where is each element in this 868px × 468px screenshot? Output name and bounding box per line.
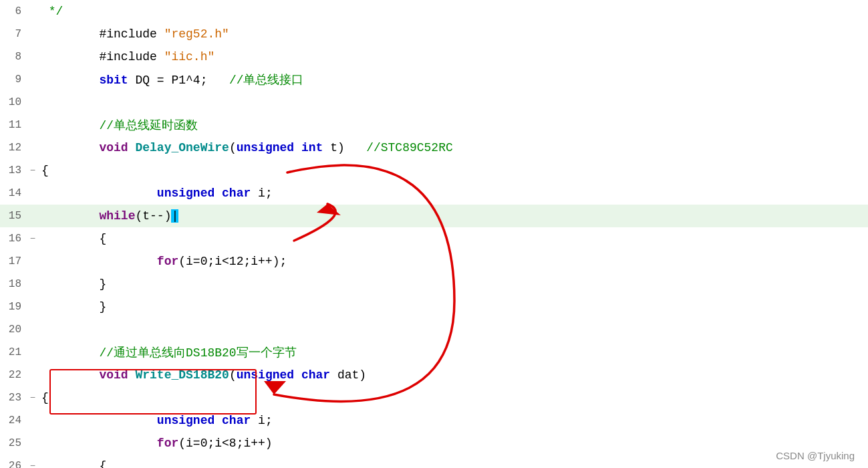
line-code: } [39, 277, 106, 291]
line-number: 9 [0, 74, 27, 86]
line-code: */ [39, 5, 63, 18]
line-number: 17 [0, 255, 27, 267]
line-number: 20 [0, 324, 27, 336]
code-line: 6 */ [0, 0, 868, 23]
watermark: CSDN @Tjyuking [776, 450, 855, 461]
line-number: 15 [0, 210, 27, 222]
code-line: 14 unsigned char i; [0, 182, 868, 205]
line-number: 24 [0, 415, 27, 427]
fold-icon[interactable]: − [27, 392, 39, 403]
code-line: 22 void Write_DS18B20(unsigned char dat) [0, 364, 868, 386]
code-line: 26− { [0, 455, 868, 468]
code-line: 25 for(i=0;i<8;i++) [0, 432, 868, 455]
code-line: 18 } [0, 273, 868, 296]
line-code: for(i=0;i<12;i++); [39, 255, 287, 268]
line-number: 12 [0, 142, 27, 154]
fold-icon[interactable]: − [27, 165, 39, 176]
line-code: #include "iic.h" [39, 50, 214, 64]
code-line: 10 [0, 91, 868, 114]
line-code: void Delay_OneWire(unsigned int t) //STC… [39, 141, 453, 154]
line-number: 11 [0, 119, 27, 131]
code-line: 19 } [0, 296, 868, 318]
code-line: 9 sbit DQ = P1^4; //单总线接口 [0, 68, 868, 91]
code-line: 21 //通过单总线向DS18B20写一个字节 [0, 341, 868, 364]
line-code: sbit DQ = P1^4; //单总线接口 [39, 72, 303, 88]
line-code: while(t--)| [39, 209, 178, 223]
line-code: unsigned char i; [39, 414, 273, 427]
line-code: unsigned char i; [39, 187, 273, 200]
line-number: 8 [0, 51, 27, 63]
line-number: 22 [0, 369, 27, 381]
line-code: #include "reg52.h" [39, 27, 229, 41]
line-code: { [39, 459, 106, 468]
code-line: 15 while(t--)| [0, 205, 868, 227]
line-code: //单总线延时函数 [39, 117, 198, 133]
line-number: 18 [0, 278, 27, 290]
line-code: { [39, 391, 49, 404]
line-code: void Write_DS18B20(unsigned char dat) [39, 368, 366, 382]
code-line: 17 for(i=0;i<12;i++); [0, 250, 868, 273]
line-number: 10 [0, 96, 27, 108]
line-number: 16 [0, 233, 27, 245]
code-line: 13−{ [0, 159, 868, 182]
code-line: 12 void Delay_OneWire(unsigned int t) //… [0, 136, 868, 159]
line-number: 25 [0, 437, 27, 449]
line-code: //通过单总线向DS18B20写一个字节 [39, 344, 297, 360]
line-number: 7 [0, 28, 27, 40]
code-line: 23−{ [0, 386, 868, 409]
line-number: 14 [0, 187, 27, 199]
line-code [39, 96, 49, 109]
line-number: 6 [0, 5, 27, 17]
line-code: { [39, 164, 49, 177]
line-number: 26 [0, 460, 27, 468]
code-container: 6 */7 #include "reg52.h"8 #include "iic.… [0, 0, 868, 468]
line-code: for(i=0;i<8;i++) [39, 437, 273, 450]
line-code: } [39, 300, 106, 314]
code-line: 11 //单总线延时函数 [0, 114, 868, 136]
code-line: 20 [0, 318, 868, 341]
line-code [39, 323, 49, 336]
line-number: 19 [0, 301, 27, 313]
line-number: 13 [0, 164, 27, 177]
line-number: 21 [0, 346, 27, 358]
code-line: 16− { [0, 227, 868, 250]
code-line: 7 #include "reg52.h" [0, 23, 868, 45]
line-code: { [39, 232, 106, 245]
code-line: 8 #include "iic.h" [0, 45, 868, 68]
fold-icon[interactable]: − [27, 233, 39, 244]
line-number: 23 [0, 392, 27, 404]
code-line: 24 unsigned char i; [0, 409, 868, 432]
fold-icon[interactable]: − [27, 461, 39, 468]
